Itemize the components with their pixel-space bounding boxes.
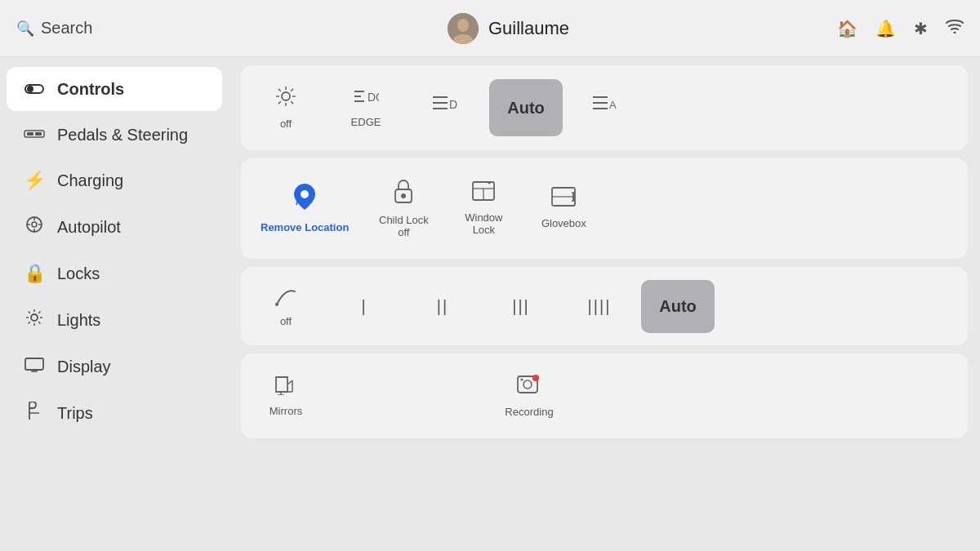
brightness-button[interactable]: off <box>249 77 323 139</box>
header: 🔍 Search Guillaume 🏠 🔔 ✱ <box>0 0 980 57</box>
lock-icon: 🔒 <box>23 263 46 284</box>
sidebar-label-autopilot: Autopilot <box>57 218 121 237</box>
glovebox-label: Glovebox <box>541 217 586 230</box>
svg-rect-7 <box>27 132 33 136</box>
sidebar-item-locks[interactable]: 🔒 Locks <box>7 251 222 295</box>
sidebar-label-locks: Locks <box>57 264 100 283</box>
mirrors-button[interactable]: Mirrors <box>249 366 323 426</box>
main-layout: Controls Pedals & Steering ⚡ Charging <box>0 57 980 551</box>
sidebar-item-pedals[interactable]: Pedals & Steering <box>7 113 222 157</box>
svg-line-20 <box>29 312 30 313</box>
mirrors-label: Mirrors <box>270 405 302 418</box>
remove-location-button[interactable]: Remove Location <box>249 174 360 242</box>
svg-line-35 <box>291 89 293 91</box>
svg-point-27 <box>282 92 290 100</box>
wiper-3-button[interactable]: ||| <box>484 280 558 333</box>
autopilot-icon <box>23 216 46 238</box>
svg-point-1 <box>457 19 469 32</box>
recording-button[interactable]: Recording <box>492 365 566 427</box>
misc-control-section: Mirrors Recording <box>241 353 968 438</box>
trips-icon <box>23 402 46 424</box>
sidebar-label-lights: Lights <box>57 311 100 330</box>
auto-button[interactable]: Auto <box>489 79 563 136</box>
brightness-icon <box>274 85 297 113</box>
wiper-off-icon <box>274 285 298 312</box>
lights-icon <box>23 309 46 331</box>
window-lock-label: WindowLock <box>465 211 502 237</box>
svg-point-60 <box>275 303 278 306</box>
wiper-2-icon: || <box>437 297 448 316</box>
sidebar-item-charging[interactable]: ⚡ Charging <box>7 158 222 202</box>
front-defrost-button[interactable]: A <box>569 79 643 136</box>
bell-icon[interactable]: 🔔 <box>875 19 896 38</box>
window-lock-icon <box>471 180 496 207</box>
svg-point-54 <box>488 181 491 184</box>
glovebox-button[interactable]: Glovebox <box>527 178 600 238</box>
child-lock-label: Child Lockoff <box>379 214 429 239</box>
wiper-2-button[interactable]: || <box>406 280 479 333</box>
header-icons: 🏠 🔔 ✱ <box>837 19 964 38</box>
wiper-auto-button[interactable]: Auto <box>641 280 715 333</box>
bluetooth-icon[interactable]: ✱ <box>914 19 928 38</box>
content-area: off DGE EDGE <box>229 57 980 551</box>
home-icon[interactable]: 🏠 <box>837 19 858 38</box>
locks-row: Remove Location Child Lockoff <box>249 170 960 247</box>
avatar <box>448 13 479 44</box>
svg-line-32 <box>278 89 281 91</box>
wifi-icon[interactable] <box>946 19 964 38</box>
sidebar-label-controls: Controls <box>57 80 124 99</box>
sidebar-item-autopilot[interactable]: Autopilot <box>7 204 222 250</box>
controls-icon <box>23 78 46 100</box>
svg-text:D: D <box>449 98 457 111</box>
rear-defrost-button[interactable]: D <box>409 79 483 136</box>
svg-text:DGE: DGE <box>368 91 379 104</box>
glovebox-icon <box>550 186 577 213</box>
sidebar-item-trips[interactable]: Trips <box>7 390 222 436</box>
brightness-label: off <box>280 118 292 131</box>
wiper-4-button[interactable]: |||| <box>563 280 636 333</box>
sidebar-label-charging: Charging <box>57 171 123 190</box>
display-icon <box>23 356 46 377</box>
mirrors-icon <box>273 374 299 401</box>
sidebar-item-display[interactable]: Display <box>7 344 222 389</box>
front-defrost-icon: A <box>591 92 621 119</box>
auto-label: Auto <box>507 98 545 118</box>
wiper-auto-label: Auto <box>659 296 697 316</box>
svg-point-68 <box>532 375 539 381</box>
svg-point-67 <box>523 380 532 389</box>
remove-location-label: Remove Location <box>261 221 349 234</box>
svg-rect-24 <box>25 358 43 370</box>
sidebar-label-pedals: Pedals & Steering <box>57 126 188 144</box>
wiper-off-button[interactable]: off <box>249 278 323 335</box>
child-lock-icon <box>392 178 415 210</box>
sidebar-label-trips: Trips <box>57 404 93 423</box>
edge-icon: DGE <box>353 87 379 112</box>
edge-button[interactable]: DGE EDGE <box>329 78 403 137</box>
wiper-row: off | || ||| |||| <box>249 278 960 335</box>
child-lock-button[interactable]: Child Lockoff <box>367 170 440 247</box>
svg-point-15 <box>31 314 38 321</box>
sidebar-item-controls[interactable]: Controls <box>7 67 222 111</box>
svg-line-23 <box>38 312 40 313</box>
locks-control-section: Remove Location Child Lockoff <box>241 158 968 259</box>
lights-control-section: off DGE EDGE <box>241 65 968 150</box>
recording-label: Recording <box>505 406 553 419</box>
window-lock-button[interactable]: WindowLock <box>447 172 520 245</box>
wiper-off-label: off <box>280 315 292 328</box>
location-icon <box>292 182 317 217</box>
svg-line-34 <box>278 101 281 104</box>
charging-icon: ⚡ <box>23 170 46 191</box>
sidebar-item-lights[interactable]: Lights <box>7 297 222 343</box>
wiper-control-section: off | || ||| |||| <box>241 267 968 346</box>
lights-row: off DGE EDGE <box>249 77 960 139</box>
search-area[interactable]: 🔍 Search <box>16 19 180 38</box>
wiper-1-button[interactable]: | <box>327 280 401 333</box>
svg-point-48 <box>301 190 309 198</box>
rear-defrost-icon: D <box>431 92 461 119</box>
svg-point-50 <box>401 193 406 198</box>
svg-line-33 <box>291 101 293 104</box>
wiper-1-icon: | <box>361 297 367 316</box>
pedals-icon <box>23 124 46 145</box>
search-label: Search <box>41 19 92 38</box>
sidebar: Controls Pedals & Steering ⚡ Charging <box>0 57 229 551</box>
